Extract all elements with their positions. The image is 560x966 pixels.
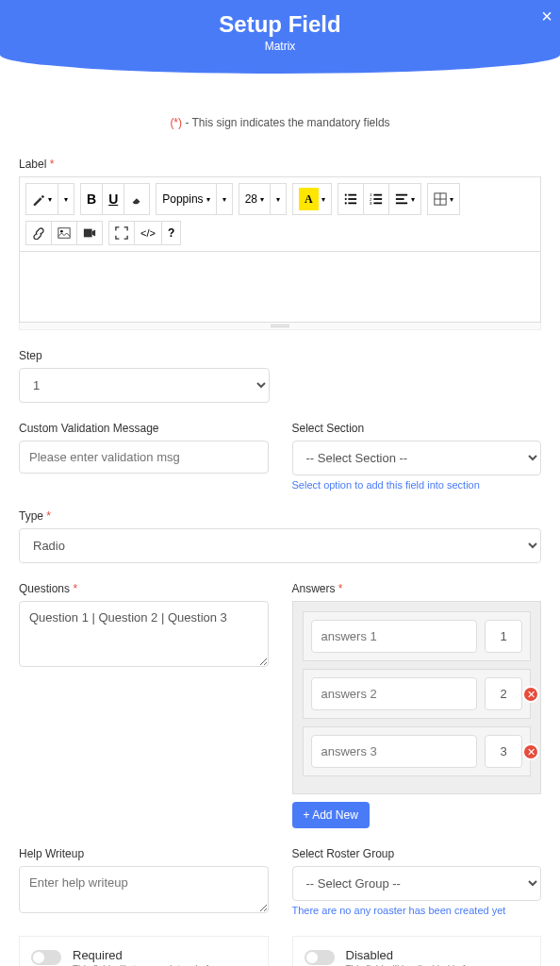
bold-button[interactable]: B — [81, 184, 103, 214]
validation-label: Custom Validation Message — [19, 422, 269, 435]
svg-rect-14 — [396, 203, 407, 205]
answer-num-input[interactable] — [485, 620, 522, 653]
label-editor[interactable] — [19, 252, 541, 323]
image-icon[interactable] — [52, 222, 77, 244]
fullscreen-icon[interactable] — [109, 222, 135, 244]
svg-rect-1 — [348, 194, 356, 196]
disabled-title: Disabled — [346, 948, 482, 962]
link-icon[interactable] — [26, 222, 52, 244]
svg-point-4 — [344, 202, 346, 204]
video-icon[interactable] — [77, 222, 102, 244]
roster-hint: There are no any roaster has been create… — [292, 905, 542, 916]
section-label: Select Section — [292, 422, 542, 435]
svg-point-19 — [60, 230, 63, 233]
section-select[interactable]: -- Select Section -- — [292, 441, 542, 475]
answer-num-input[interactable] — [485, 677, 522, 710]
magic-dropdown[interactable]: ▾ — [58, 184, 74, 214]
svg-rect-5 — [348, 203, 356, 205]
required-toggle-box: Required This field will stay mandatory … — [19, 936, 269, 966]
list-ol-icon[interactable]: 123 — [364, 184, 389, 214]
section-hint: Select option to add this field into sec… — [292, 479, 542, 491]
mandatory-star: (*) — [170, 116, 182, 129]
roster-select[interactable]: -- Select Group -- — [292, 866, 542, 901]
close-icon[interactable]: × — [541, 6, 552, 27]
underline-button[interactable]: U — [103, 184, 124, 214]
help-label: Help Writeup — [19, 847, 269, 860]
questions-textarea[interactable] — [19, 601, 269, 667]
delete-answer-icon[interactable]: ✕ — [522, 743, 539, 760]
disabled-toggle[interactable] — [305, 950, 335, 965]
disabled-toggle-box: Disabled This field will be disabled in … — [292, 936, 542, 966]
font-size-dropdown[interactable]: ▾ — [271, 184, 286, 214]
table-icon[interactable]: ▾ — [428, 184, 459, 214]
modal-header: Setup Field Matrix × — [0, 0, 560, 74]
svg-rect-7 — [373, 194, 382, 196]
svg-rect-9 — [373, 198, 382, 200]
step-label: Step — [19, 349, 541, 362]
svg-rect-3 — [348, 198, 356, 200]
magic-icon[interactable]: ▾ — [26, 184, 58, 214]
required-toggle[interactable] — [31, 950, 61, 965]
svg-rect-18 — [58, 228, 70, 239]
eraser-icon[interactable] — [124, 184, 149, 214]
questions-label: Questions * — [19, 582, 269, 595]
editor-toolbar: ▾ ▾ B U Poppins ▾ ▾ 28 ▾ ▾ A ▾ 123 — [19, 176, 541, 252]
answer-text-input[interactable] — [311, 620, 478, 653]
answers-label: Answers * — [292, 582, 542, 595]
svg-point-0 — [344, 194, 346, 196]
label-label: Label * — [19, 158, 541, 171]
help-textarea[interactable] — [19, 866, 269, 913]
type-select[interactable]: Radio — [19, 528, 541, 563]
answer-num-input[interactable] — [485, 735, 522, 768]
delete-answer-icon[interactable]: ✕ — [522, 686, 539, 703]
modal-title: Setup Field — [0, 11, 560, 38]
validation-input[interactable] — [19, 441, 269, 474]
help-icon[interactable]: ? — [162, 222, 180, 244]
required-title: Required — [73, 948, 224, 962]
svg-rect-20 — [84, 229, 92, 238]
answer-text-input[interactable] — [311, 677, 478, 710]
type-label: Type * — [19, 509, 541, 523]
answer-text-input[interactable] — [311, 735, 478, 768]
svg-point-2 — [344, 198, 346, 200]
list-ul-icon[interactable] — [338, 184, 364, 214]
svg-rect-11 — [373, 203, 382, 205]
font-size-select[interactable]: 28 ▾ — [239, 184, 271, 214]
answer-row: ✕ — [303, 669, 532, 719]
mandatory-note: (*) - This sign indicates the mandatory … — [19, 116, 541, 129]
svg-rect-12 — [396, 194, 407, 196]
code-icon[interactable]: </> — [135, 222, 162, 244]
answer-row — [303, 611, 532, 661]
font-color-button[interactable]: A ▾ — [293, 184, 331, 214]
editor-resize-handle[interactable] — [19, 323, 541, 330]
step-select[interactable]: 1 — [19, 368, 270, 403]
font-family-dropdown[interactable]: ▾ — [217, 184, 232, 214]
svg-text:3: 3 — [370, 201, 372, 206]
modal-subtitle: Matrix — [0, 40, 560, 53]
roster-label: Select Roster Group — [292, 847, 542, 860]
font-family-select[interactable]: Poppins ▾ — [156, 184, 216, 214]
add-answer-button[interactable]: + Add New — [292, 802, 370, 828]
answer-row: ✕ — [303, 726, 532, 776]
answers-box: ✕✕ — [292, 601, 542, 794]
svg-rect-13 — [396, 198, 404, 200]
align-icon[interactable]: ▾ — [389, 184, 420, 214]
